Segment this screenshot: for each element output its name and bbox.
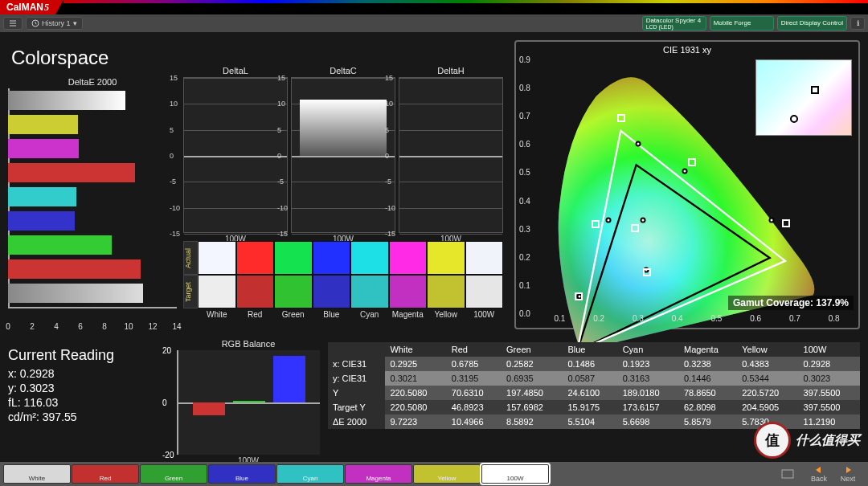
reading-value: 116.03: [23, 396, 58, 409]
y-tick: 0.0: [519, 309, 530, 318]
x-tick: 14: [172, 322, 181, 331]
y-tick: 0.4: [519, 196, 530, 205]
cie-inset: [755, 59, 852, 136]
color-tab[interactable]: Green: [140, 464, 207, 484]
current-reading: Current Reading x: 0.2928y: 0.3023fL: 11…: [8, 347, 114, 425]
next-button[interactable]: Next: [834, 465, 862, 483]
table-cell: 0.3163: [618, 371, 679, 386]
deltae-bar: [8, 115, 78, 134]
table-header[interactable]: Yellow: [737, 342, 798, 357]
table-cell: 5.6698: [618, 415, 679, 429]
hamburger-icon: [9, 19, 17, 27]
help-button[interactable]: ℹ: [850, 17, 865, 30]
y-tick: 0: [277, 152, 281, 160]
cie-measured-point: [617, 114, 625, 122]
y-tick: 5: [385, 126, 389, 134]
data-table[interactable]: WhiteRedGreenBlueCyanMagentaYellow100Wx:…: [328, 342, 860, 429]
table-header[interactable]: Magenta: [679, 342, 737, 357]
rgb-bar: [193, 402, 225, 415]
y-tick: 5: [170, 126, 174, 134]
y-tick: -15: [277, 230, 288, 238]
swatch-actual: [274, 241, 313, 275]
cie-measured-point: [643, 268, 651, 276]
y-tick: -15: [170, 230, 180, 238]
inset-marker: [811, 86, 819, 94]
back-button[interactable]: Back: [805, 465, 833, 483]
swatch-label: 100W: [465, 308, 504, 319]
swatch-target: [313, 275, 351, 308]
instrument-button[interactable]: Datacolor Spyder 4LCD (LED): [642, 16, 706, 31]
nav-open[interactable]: [774, 469, 801, 479]
table-cell: 0.4383: [737, 357, 798, 371]
color-tab[interactable]: Cyan: [276, 464, 344, 484]
table-header[interactable]: 100W: [799, 342, 860, 357]
mini-title: DeltaC: [291, 66, 395, 76]
table-cell: 0.3195: [447, 371, 502, 386]
table-header[interactable]: [328, 342, 385, 357]
x-tick: 4: [54, 322, 59, 331]
menu-button[interactable]: [3, 17, 23, 30]
watermark: 值 什么值得买: [754, 422, 860, 459]
table-header[interactable]: Cyan: [618, 342, 679, 357]
table-cell: 0.2928: [799, 357, 860, 371]
color-tab[interactable]: Yellow: [413, 464, 481, 484]
table-row[interactable]: x: CIE310.29250.67850.25820.14860.19230.…: [328, 357, 860, 371]
bottom-tabs: WhiteRedGreenBlueCyanMagentaYellow100W B…: [0, 462, 868, 486]
table-row[interactable]: Y220.508070.6310197.485024.6100189.01807…: [328, 386, 860, 400]
instrument-button[interactable]: Mobile Forge: [710, 16, 774, 31]
table-header[interactable]: Green: [502, 342, 563, 357]
row-label: y: CIE31: [328, 371, 385, 386]
y-tick: 0.6: [519, 140, 530, 149]
history-button[interactable]: History 1 ▾: [26, 17, 83, 30]
deltae-bar: [8, 284, 143, 303]
table-row[interactable]: Target Y220.508046.8923157.698215.917517…: [328, 400, 860, 415]
cie-measured-point: [688, 158, 696, 166]
x-tick: 0: [6, 322, 10, 331]
row-label: Y: [328, 386, 385, 400]
y-tick: -5: [170, 178, 176, 186]
table-row[interactable]: y: CIE310.30210.31950.69350.05870.31630.…: [328, 371, 860, 386]
table-cell: 0.2582: [502, 357, 563, 371]
table-cell: 70.6310: [447, 386, 502, 400]
cie-measured-point: [782, 219, 790, 227]
swatch-actual: [465, 241, 504, 275]
y-tick: 20: [162, 346, 171, 355]
swatch-target: [389, 275, 428, 308]
y-tick: 0.1: [519, 280, 530, 289]
cie-measured-point: [575, 292, 583, 300]
x-tick: 6: [78, 322, 83, 331]
y-tick: 15: [170, 74, 178, 82]
table-header[interactable]: White: [385, 342, 446, 357]
spectrum-bar: [63, 0, 868, 3]
color-tab[interactable]: Red: [72, 464, 139, 484]
menu-icon: [781, 469, 794, 479]
table-cell: 220.5720: [737, 386, 798, 400]
cie-target-point: [641, 218, 646, 223]
swatch-actual: [313, 241, 351, 275]
instrument-button[interactable]: Direct Display Control: [777, 16, 847, 31]
color-tab[interactable]: Magenta: [345, 464, 412, 484]
toolbar: History 1 ▾ Datacolor Spyder 4LCD (LED)M…: [0, 14, 868, 32]
color-tab[interactable]: 100W: [481, 464, 549, 484]
cie-target-point: [635, 141, 641, 147]
table-cell: 0.5344: [737, 371, 798, 386]
rgb-balance-chart: RGB Balance 200-20 100W: [177, 339, 320, 465]
table-header[interactable]: Red: [447, 342, 502, 357]
cie-measured-point: [592, 220, 600, 228]
swatch-label: White: [198, 308, 236, 319]
color-tab[interactable]: White: [3, 464, 71, 484]
row-label: Target Y: [328, 400, 385, 415]
watermark-text: 什么值得买: [796, 432, 860, 449]
y-tick: 5: [277, 126, 281, 134]
y-tick: 0.5: [519, 168, 530, 177]
swatch-actual: [350, 241, 389, 275]
table-header[interactable]: Blue: [563, 342, 617, 357]
y-tick: 0: [162, 398, 167, 407]
swatch-actual: [198, 241, 236, 275]
instrument-line1: Direct Display Control: [781, 20, 843, 27]
inset-marker: [790, 115, 798, 123]
color-tab[interactable]: Blue: [208, 464, 276, 484]
back-label: Back: [811, 475, 827, 483]
swatch-target: [350, 275, 389, 308]
y-tick: 10: [385, 100, 393, 108]
